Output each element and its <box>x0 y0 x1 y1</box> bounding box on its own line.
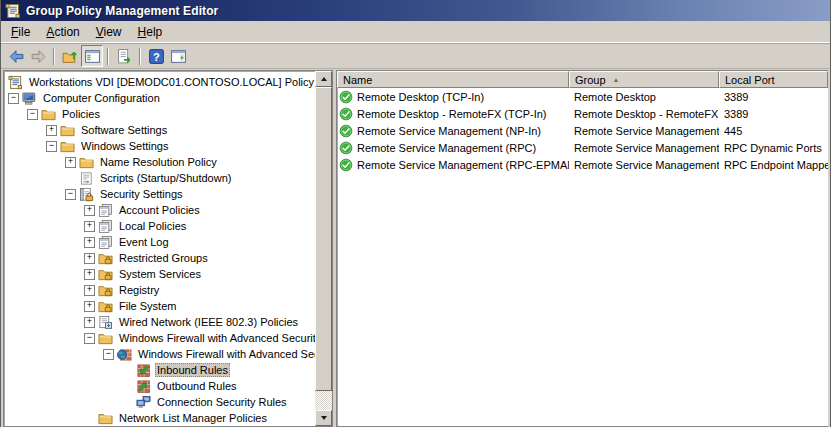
tree-item-label: Registry <box>117 283 161 297</box>
expand-plus-icon[interactable]: + <box>84 253 95 264</box>
tree-item-label: Outbound Rules <box>155 379 239 393</box>
tree-item-label: Scripts (Startup/Shutdown) <box>98 171 233 185</box>
folder-icon <box>98 411 113 426</box>
tree-item-restricted-groups[interactable]: +Restricted Groups <box>4 250 315 266</box>
tree-item-wired-network-ieee-802-3-policies[interactable]: +Wired Network (IEEE 802.3) Policies <box>4 314 315 330</box>
inbound-rules-icon <box>136 363 151 378</box>
console-tree-button[interactable] <box>81 45 103 67</box>
rule-row-remote-service-management-rpc[interactable]: Remote Service Management (RPC)Remote Se… <box>337 139 828 156</box>
sort-ascending-icon: ▲ <box>613 76 620 82</box>
folder-icon <box>41 107 56 122</box>
column-header-name[interactable]: Name <box>337 71 569 88</box>
svg-text:?: ? <box>153 50 160 62</box>
tree-item-label: File System <box>117 299 178 313</box>
tree-item-label: Connection Security Rules <box>155 395 289 409</box>
export-list-icon <box>116 48 133 65</box>
tree-item-event-log[interactable]: +Event Log <box>4 234 315 250</box>
forward-button[interactable] <box>27 45 49 67</box>
enabled-rule-icon <box>339 90 353 104</box>
tree-item-windows-settings[interactable]: −Windows Settings <box>4 138 315 154</box>
rule-group-cell: Remote Desktop - RemoteFX <box>569 108 719 120</box>
rule-local-port-cell: 3389 <box>719 91 828 103</box>
expand-plus-icon[interactable]: + <box>84 301 95 312</box>
tree-item-system-services[interactable]: +System Services <box>4 266 315 282</box>
rule-name: Remote Desktop - RemoteFX (TCP-In) <box>357 108 547 120</box>
rule-name: Remote Service Management (RPC-EPMAP) <box>357 159 569 171</box>
help-button[interactable]: ? <box>145 45 167 67</box>
tree-item-security-settings[interactable]: −Security Settings <box>4 186 315 202</box>
rule-group-cell: Remote Service Management <box>569 142 719 154</box>
rule-group-cell: Remote Service Management <box>569 159 719 171</box>
tree-item-label: System Services <box>117 267 203 281</box>
tree-item-inbound-rules[interactable]: Inbound Rules <box>4 362 315 378</box>
rule-row-remote-service-management-rpc-epmap[interactable]: Remote Service Management (RPC-EPMAP)Rem… <box>337 156 828 173</box>
tree-item-label: Computer Configuration <box>41 91 162 105</box>
expand-plus-icon[interactable]: + <box>84 285 95 296</box>
menu-item-view[interactable]: View <box>88 23 130 41</box>
tree-item-windows-firewall-with-advanced-security[interactable]: −Windows Firewall with Advanced Security <box>4 346 315 362</box>
tree-item-account-policies[interactable]: +Account Policies <box>4 202 315 218</box>
window-title: Group Policy Management Editor <box>26 4 218 18</box>
scrollbar-thumb[interactable] <box>315 87 332 391</box>
collapse-minus-icon[interactable]: − <box>8 93 19 104</box>
column-header-group[interactable]: Group▲ <box>569 71 719 88</box>
tree-item-workstations-vdi-demodc01-contoso-local-policy[interactable]: Workstations VDI [DEMODC01.CONTOSO.LOCAL… <box>4 74 315 90</box>
scrollbar-track[interactable] <box>315 391 332 410</box>
rule-row-remote-desktop-tcp-in[interactable]: Remote Desktop (TCP-In)Remote Desktop338… <box>337 88 828 105</box>
tree-item-local-policies[interactable]: +Local Policies <box>4 218 315 234</box>
tree-item-connection-security-rules[interactable]: Connection Security Rules <box>4 394 315 410</box>
expand-plus-icon[interactable]: + <box>84 269 95 280</box>
collapse-minus-icon[interactable]: − <box>65 189 76 200</box>
tree-item-software-settings[interactable]: +Software Settings <box>4 122 315 138</box>
collapse-minus-icon[interactable]: − <box>27 109 38 120</box>
folder-lock-icon <box>98 299 113 314</box>
expand-plus-icon[interactable]: + <box>65 157 76 168</box>
rule-name-cell: Remote Desktop - RemoteFX (TCP-In) <box>337 107 569 121</box>
collapse-minus-icon[interactable]: − <box>84 333 95 344</box>
tree-item-policies[interactable]: −Policies <box>4 106 315 122</box>
scroll-up-button[interactable] <box>315 71 332 87</box>
folder-lock-icon <box>98 251 113 266</box>
column-header-local-port[interactable]: Local Port <box>719 71 828 88</box>
tree-item-network-list-manager-policies[interactable]: Network List Manager Policies <box>4 410 315 426</box>
rule-local-port-cell: 3389 <box>719 108 828 120</box>
folder-icon <box>98 331 113 346</box>
expand-plus-icon[interactable]: + <box>84 205 95 216</box>
tree-scrollbar[interactable] <box>315 71 332 426</box>
expand-plus-icon[interactable]: + <box>84 237 95 248</box>
policy-book-icon <box>98 203 113 218</box>
toolbar-separator <box>53 48 55 65</box>
rule-name-cell: Remote Service Management (RPC) <box>337 141 569 155</box>
tree-item-registry[interactable]: +Registry <box>4 282 315 298</box>
expand-plus-icon[interactable]: + <box>84 317 95 328</box>
help-icon: ? <box>148 48 165 65</box>
export-list-button[interactable] <box>113 45 135 67</box>
expand-plus-icon[interactable]: + <box>46 125 57 136</box>
menu-item-help[interactable]: Help <box>130 23 171 41</box>
tree-item-name-resolution-policy[interactable]: +Name Resolution Policy <box>4 154 315 170</box>
tree-item-file-system[interactable]: +File System <box>4 298 315 314</box>
tree-item-scripts-startup-shutdown[interactable]: Scripts (Startup/Shutdown) <box>4 170 315 186</box>
tree-item-outbound-rules[interactable]: Outbound Rules <box>4 378 315 394</box>
tree-item-label: Software Settings <box>79 123 169 137</box>
collapse-minus-icon[interactable]: − <box>103 349 114 360</box>
title-bar[interactable]: Group Policy Management Editor <box>1 0 830 21</box>
expand-plus-icon[interactable]: + <box>84 221 95 232</box>
tree-item-computer-configuration[interactable]: −Computer Configuration <box>4 90 315 106</box>
up-one-level-button[interactable] <box>59 45 81 67</box>
scroll-down-button[interactable] <box>315 410 332 426</box>
outbound-rules-icon <box>136 379 151 394</box>
collapse-minus-icon[interactable]: − <box>46 141 57 152</box>
menu-item-file[interactable]: File <box>3 23 38 41</box>
folder-icon <box>60 139 75 154</box>
tree-item-label: Windows Firewall with Advanced Security <box>136 347 315 361</box>
back-button[interactable] <box>5 45 27 67</box>
up-one-level-icon <box>62 48 79 65</box>
tree-item-windows-firewall-with-advanced-security[interactable]: −Windows Firewall with Advanced Security <box>4 330 315 346</box>
rule-row-remote-service-management-np-in[interactable]: Remote Service Management (NP-In)Remote … <box>337 122 828 139</box>
tree-item-label: Security Settings <box>98 187 185 201</box>
rule-row-remote-desktop-remotefx-tcp-in[interactable]: Remote Desktop - RemoteFX (TCP-In)Remote… <box>337 105 828 122</box>
menu-item-action[interactable]: Action <box>38 23 87 41</box>
group-policy-management-editor-window: Group Policy Management Editor FileActio… <box>0 0 831 427</box>
action-pane-button[interactable] <box>167 45 189 67</box>
